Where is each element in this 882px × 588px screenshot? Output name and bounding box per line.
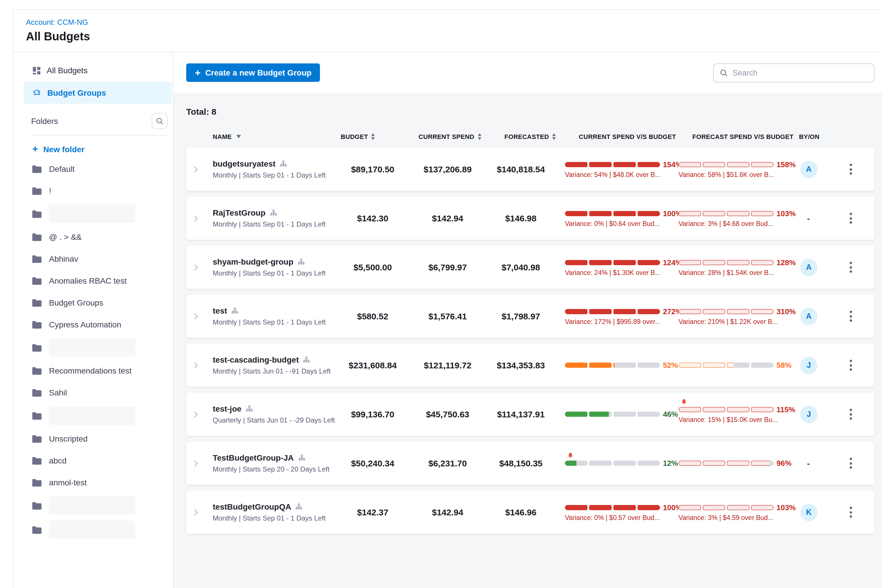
chevron-right-icon[interactable]	[191, 411, 213, 418]
kebab-menu-icon	[846, 209, 855, 227]
progress-bar	[678, 211, 774, 216]
row-menu-button[interactable]	[832, 258, 869, 276]
create-budget-group-button[interactable]: + Create a new Budget Group	[186, 63, 320, 82]
current-spend-amount: $142.94	[418, 213, 490, 223]
by-on-cell: J	[799, 357, 832, 374]
current-vs-budget-cell: 100%Variance: 0% | $0.57 over Bud...	[565, 503, 678, 521]
forecasted-amount: $1,798.97	[490, 311, 565, 321]
table-row[interactable]: testBudgetGroupQA Monthly | Starts Sep 0…	[186, 490, 874, 534]
folder-item[interactable]: Recommendations test	[32, 360, 173, 382]
progress-percent: 96%	[777, 459, 792, 468]
forecasted-amount: $48,150.35	[490, 458, 565, 468]
folder-item[interactable]: Cypress Automation	[32, 314, 173, 336]
folder-item[interactable]	[32, 336, 173, 360]
budget-period: Quarterly | Starts Jun 01 - -29 Days Lef…	[213, 416, 336, 424]
table-row[interactable]: test-joe Quarterly | Starts Jun 01 - -29…	[186, 393, 874, 436]
forecast-vs-budget-cell: 115%Variance: 15% | $15.0K over Bu...	[678, 405, 799, 423]
budget-group-name[interactable]: testBudgetGroupQA	[213, 502, 291, 512]
folder-item[interactable]	[32, 518, 173, 542]
folder-item[interactable]	[32, 404, 173, 428]
folder-icon	[32, 165, 42, 172]
chevron-right-icon[interactable]	[191, 509, 213, 516]
by-on-cell: K	[799, 504, 832, 521]
folder-label: abcd	[49, 456, 67, 465]
chevron-right-icon[interactable]	[191, 166, 213, 172]
table-body: budgetsuryatest Monthly | Starts Sep 01 …	[186, 148, 874, 534]
progress-percent: 52%	[663, 361, 678, 369]
row-menu-button[interactable]	[832, 307, 869, 325]
table-row[interactable]: test-cascading-budget Monthly | Starts J…	[186, 344, 874, 387]
chevron-right-icon[interactable]	[191, 313, 213, 320]
folder-icon	[32, 389, 42, 396]
folder-item[interactable]: !	[32, 180, 173, 202]
table-row[interactable]: test Monthly | Starts Sep 01 - 1 Days Le…	[186, 295, 874, 338]
column-header-forecasted[interactable]: FORECASTED	[490, 133, 565, 140]
column-header-budget[interactable]: BUDGET	[341, 133, 418, 140]
folders-search-button[interactable]	[152, 113, 168, 129]
account-breadcrumb[interactable]: Account: CCM-NG	[26, 18, 88, 27]
chevron-right-icon[interactable]	[191, 362, 213, 369]
budget-group-name[interactable]: shyam-budget-group	[213, 257, 293, 266]
alert-bell-icon	[567, 452, 574, 459]
search-input[interactable]	[733, 68, 868, 77]
row-menu-button[interactable]	[832, 454, 869, 472]
folder-item[interactable]: anmol-test	[32, 471, 173, 494]
folder-icon	[32, 299, 42, 306]
folder-item[interactable]: Unscripted	[32, 428, 173, 450]
variance-text: Variance: 24% | $1.30K over B...	[565, 269, 678, 276]
chevron-right-icon[interactable]	[191, 215, 213, 222]
progress-percent: 58%	[777, 361, 792, 369]
progress-bar	[565, 211, 660, 216]
chevron-right-icon[interactable]	[191, 264, 213, 271]
page-header: Account: CCM-NG All Budgets	[13, 10, 882, 52]
row-menu-button[interactable]	[832, 356, 869, 374]
budget-group-name[interactable]: test	[213, 306, 227, 315]
current-spend-amount: $137,206.89	[418, 164, 490, 174]
row-menu-button[interactable]	[832, 405, 869, 423]
folder-item[interactable]: Abhinav	[32, 248, 173, 270]
folder-item[interactable]	[32, 202, 173, 226]
folder-item[interactable]: @ . > &&	[32, 226, 173, 248]
table-row[interactable]: TestBudgetGroup-JA Monthly | Starts Sep …	[186, 442, 874, 485]
folder-label: Sahil	[49, 388, 67, 397]
budget-group-name[interactable]: test-cascading-budget	[213, 355, 299, 364]
folder-icon	[32, 187, 42, 195]
chevron-right-icon[interactable]	[191, 460, 213, 466]
progress-percent: 128%	[777, 258, 796, 267]
budget-group-name[interactable]: budgetsuryatest	[213, 159, 276, 168]
folder-item[interactable]: Sahil	[32, 382, 173, 404]
budget-group-name[interactable]: test-joe	[213, 404, 242, 413]
column-header-name[interactable]: NAME	[213, 133, 341, 140]
progress-bar	[678, 363, 774, 368]
variance-text: Variance: 0% | $0.64 over Bud...	[565, 220, 678, 227]
progress-bar	[565, 309, 660, 314]
column-header-current-spend[interactable]: CURRENT SPEND	[418, 133, 490, 140]
piggy-bank-icon	[32, 88, 42, 98]
folder-item[interactable]: Default	[32, 158, 173, 180]
folder-icon	[32, 344, 42, 351]
by-on-cell: A	[799, 160, 832, 178]
folder-label: Cypress Automation	[49, 320, 122, 329]
table-row[interactable]: budgetsuryatest Monthly | Starts Sep 01 …	[186, 148, 874, 191]
sidebar-item-budget-groups[interactable]: Budget Groups	[24, 82, 172, 104]
progress-percent: 310%	[777, 307, 796, 316]
current-vs-budget-cell: 46%	[565, 410, 678, 418]
table-row[interactable]: RajTestGroup Monthly | Starts Sep 01 - 1…	[186, 196, 874, 240]
budget-group-name[interactable]: RajTestGroup	[213, 208, 266, 218]
column-header-forecast-vs-budget: FORECAST SPEND V/S BUDGET	[678, 133, 799, 140]
variance-text: Variance: 28% | $1.54K over B...	[678, 269, 799, 276]
folder-item[interactable]: abcd	[32, 450, 173, 471]
folder-item[interactable]	[32, 494, 173, 518]
folder-item[interactable]: Anomalies RBAC test	[32, 270, 173, 292]
row-menu-button[interactable]	[832, 160, 869, 178]
toolbar: + Create a new Budget Group	[174, 52, 882, 93]
budget-group-name[interactable]: TestBudgetGroup-JA	[213, 453, 294, 462]
row-menu-button[interactable]	[832, 503, 869, 521]
sidebar-item-all-budgets[interactable]: All Budgets	[24, 59, 172, 81]
folder-icon	[32, 526, 42, 534]
new-folder-button[interactable]: + New folder	[32, 144, 173, 154]
table-row[interactable]: shyam-budget-group Monthly | Starts Sep …	[186, 246, 874, 289]
folder-item[interactable]: Budget Groups	[32, 292, 173, 314]
current-spend-amount: $142.94	[418, 507, 490, 517]
row-menu-button[interactable]	[832, 209, 869, 227]
